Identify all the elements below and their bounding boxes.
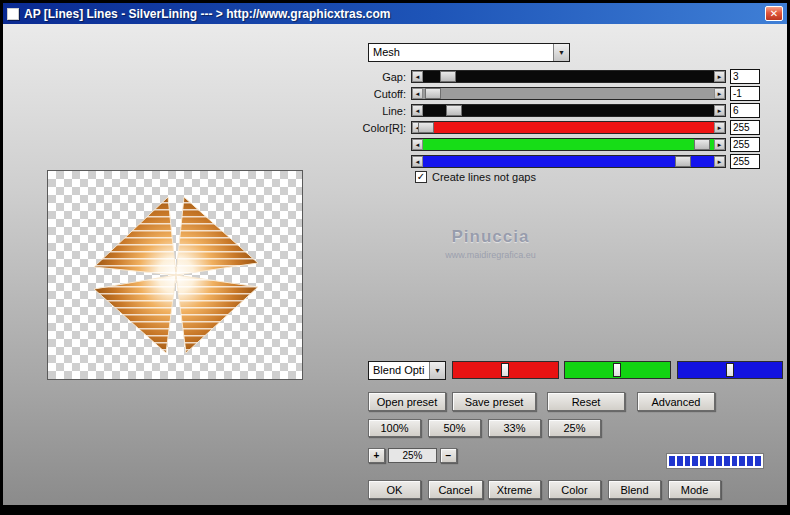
slider-label: Color[R]:	[355, 122, 411, 134]
slider-right-arrow-icon[interactable]: ►	[714, 88, 725, 99]
color-green-value-field[interactable]: 255	[730, 137, 760, 152]
dialog-body: Mesh ▼ Gap: ◄ ► 3 Cutoff: ◄ ► -1 Line:	[3, 24, 787, 505]
slider-left-arrow-icon[interactable]: ◄	[412, 88, 423, 99]
slider-label: Cutoff:	[355, 88, 411, 100]
zoom-level-display: 25%	[388, 448, 437, 463]
zoom-in-button[interactable]: +	[368, 448, 385, 463]
color-blue-slider[interactable]: ◄ ►	[411, 155, 726, 168]
progress-segment	[700, 456, 706, 466]
slider-thumb[interactable]	[440, 71, 456, 82]
save-preset-button[interactable]: Save preset	[452, 392, 536, 411]
blue-mixer-slider[interactable]	[677, 361, 783, 379]
title-bar[interactable]: AP [Lines] Lines - SilverLining --- > ht…	[3, 3, 787, 24]
cancel-button[interactable]: Cancel	[428, 480, 483, 499]
color-green-slider[interactable]: ◄ ►	[411, 138, 726, 151]
color-blue-value-field[interactable]: 255	[730, 154, 760, 169]
progress-segment	[747, 456, 753, 466]
slider-left-arrow-icon[interactable]: ◄	[412, 71, 423, 82]
slider-right-arrow-icon[interactable]: ►	[714, 156, 725, 167]
color-red-value-field[interactable]: 255	[730, 120, 760, 135]
slider-row-color-g: ◄ ► 255	[355, 137, 760, 152]
butterfly-preview-image	[48, 171, 302, 379]
zoom-50-button[interactable]: 50%	[428, 419, 481, 437]
slider-label: Gap:	[355, 71, 411, 83]
progress-segment	[677, 456, 683, 466]
slider-row-gap: Gap: ◄ ► 3	[355, 69, 760, 84]
slider-row-cutoff: Cutoff: ◄ ► -1	[355, 86, 760, 101]
mode-button[interactable]: Mode	[668, 480, 721, 499]
mesh-dropdown[interactable]: Mesh ▼	[368, 43, 570, 62]
cutoff-value-field[interactable]: -1	[730, 86, 760, 101]
watermark-name: Pinuccia	[363, 227, 618, 247]
blend-dropdown-value: Blend Opti	[369, 362, 429, 379]
slider-left-arrow-icon[interactable]: ◄	[412, 139, 423, 150]
zoom-33-button[interactable]: 33%	[488, 419, 541, 437]
mixer-thumb[interactable]	[501, 363, 509, 377]
slider-thumb[interactable]	[675, 156, 691, 167]
slider-right-arrow-icon[interactable]: ►	[714, 105, 725, 116]
color-button[interactable]: Color	[548, 480, 601, 499]
zoom-25-button[interactable]: 25%	[548, 419, 601, 437]
line-value-field[interactable]: 6	[730, 103, 760, 118]
slider-thumb[interactable]	[694, 139, 710, 150]
blend-button[interactable]: Blend	[608, 480, 661, 499]
line-slider[interactable]: ◄ ►	[411, 104, 726, 117]
slider-thumb[interactable]	[418, 122, 434, 133]
preview-canvas[interactable]	[47, 170, 303, 380]
progress-segment	[724, 456, 730, 466]
checkbox-box[interactable]: ✓	[415, 171, 427, 183]
progress-segment	[716, 456, 722, 466]
create-lines-checkbox[interactable]: ✓ Create lines not gaps	[415, 171, 536, 183]
gap-value-field[interactable]: 3	[730, 69, 760, 84]
progress-segment	[739, 456, 745, 466]
progress-segment	[732, 456, 738, 466]
color-red-slider[interactable]: ◄ ►	[411, 121, 726, 134]
close-button[interactable]: ✕	[765, 6, 783, 21]
progress-segment	[685, 456, 691, 466]
cutoff-slider[interactable]: ◄ ►	[411, 87, 726, 100]
slider-thumb[interactable]	[425, 88, 441, 99]
slider-label: Line:	[355, 105, 411, 117]
watermark-site: www.maidiregrafica.eu	[363, 250, 618, 260]
slider-left-arrow-icon[interactable]: ◄	[412, 105, 423, 116]
progress-bar	[666, 453, 764, 469]
mixer-thumb[interactable]	[726, 363, 734, 377]
checkbox-label: Create lines not gaps	[432, 171, 536, 183]
mixer-thumb[interactable]	[613, 363, 621, 377]
ok-button[interactable]: OK	[368, 480, 421, 499]
slider-right-arrow-icon[interactable]: ►	[714, 122, 725, 133]
slider-row-color-r: Color[R]: ◄ ► 255	[355, 120, 760, 135]
gap-slider[interactable]: ◄ ►	[411, 70, 726, 83]
window-title: AP [Lines] Lines - SilverLining --- > ht…	[24, 7, 390, 21]
chevron-down-icon[interactable]: ▼	[429, 362, 445, 379]
xtreme-button[interactable]: Xtreme	[488, 480, 541, 499]
slider-row-line: Line: ◄ ► 6	[355, 103, 760, 118]
open-preset-button[interactable]: Open preset	[368, 392, 446, 411]
slider-thumb[interactable]	[446, 105, 462, 116]
slider-left-arrow-icon[interactable]: ◄	[412, 156, 423, 167]
reset-button[interactable]: Reset	[547, 392, 625, 411]
slider-right-arrow-icon[interactable]: ►	[714, 71, 725, 82]
advanced-button[interactable]: Advanced	[637, 392, 715, 411]
progress-segment	[669, 456, 675, 466]
slider-right-arrow-icon[interactable]: ►	[714, 139, 725, 150]
slider-row-color-b: ◄ ► 255	[355, 154, 760, 169]
watermark: Pinuccia www.maidiregrafica.eu	[363, 227, 618, 260]
green-mixer-slider[interactable]	[564, 361, 671, 379]
progress-segment	[692, 456, 698, 466]
mesh-dropdown-value: Mesh	[369, 44, 553, 61]
zoom-100-button[interactable]: 100%	[368, 419, 421, 437]
progress-segment	[755, 456, 761, 466]
blend-options-dropdown[interactable]: Blend Opti ▼	[368, 361, 446, 380]
red-mixer-slider[interactable]	[452, 361, 559, 379]
app-icon	[7, 8, 19, 20]
progress-segment	[708, 456, 714, 466]
plugin-window: AP [Lines] Lines - SilverLining --- > ht…	[0, 0, 790, 515]
zoom-out-button[interactable]: −	[440, 448, 457, 463]
chevron-down-icon[interactable]: ▼	[553, 44, 569, 61]
